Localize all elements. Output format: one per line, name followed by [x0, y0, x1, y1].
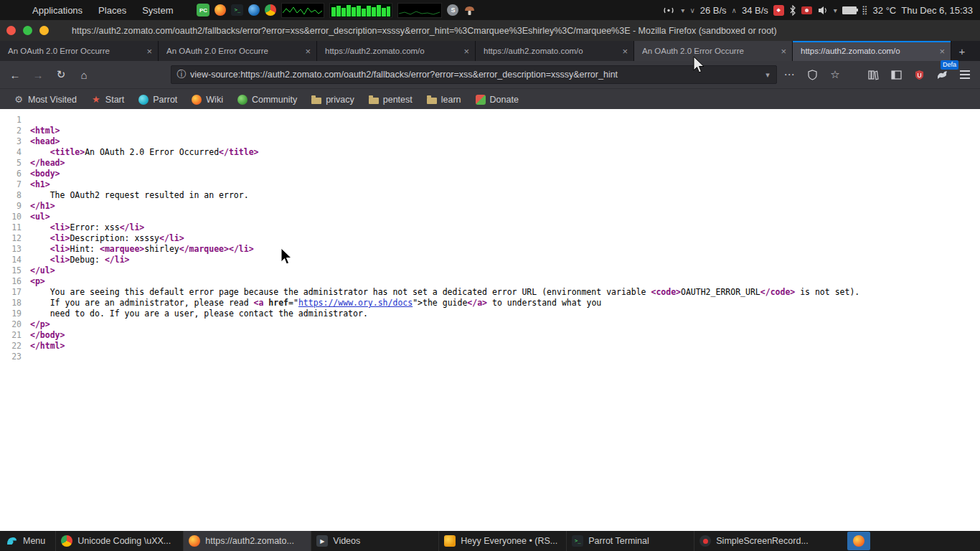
menu-applications[interactable]: Applications [24, 5, 90, 16]
pc-manager-icon[interactable]: PC [197, 4, 209, 17]
source-token: =" [288, 298, 298, 308]
clock[interactable]: Thu Dec 6, 15:33 [901, 5, 973, 16]
url-dropdown-icon[interactable]: ▾ [760, 70, 775, 80]
bookmark-label: Most Visited [28, 95, 77, 105]
taskbar-window-label: Unicode Coding \uXX... [77, 536, 171, 546]
tab-close-icon[interactable]: × [146, 47, 152, 56]
bluetooth-icon[interactable] [789, 4, 796, 17]
menu-places[interactable]: Places [90, 5, 134, 16]
tab-close-icon[interactable]: × [781, 47, 786, 56]
blue-app-tray-icon[interactable] [248, 4, 260, 16]
tab-close-icon[interactable]: × [305, 47, 311, 56]
tab[interactable]: https://auth2.zomato.com/o× [793, 41, 951, 61]
system-menus: Applications Places System [0, 5, 181, 16]
sidebar-toggle-button[interactable] [885, 64, 907, 85]
mushroom-tray-icon[interactable] [463, 4, 475, 16]
library-button[interactable] [862, 64, 884, 85]
source-token: <h1> [30, 179, 50, 189]
source-line: 7<h1> [0, 179, 980, 190]
tab[interactable]: An OAuth 2.0 Error Occurre× [159, 41, 317, 61]
bookmark-label: Donate [490, 95, 519, 105]
volume-icon[interactable] [817, 4, 829, 17]
window-maximize-button[interactable] [23, 26, 32, 35]
tab-title: An OAuth 2.0 Error Occurre [166, 47, 301, 55]
tab[interactable]: https://auth2.zomato.com/o× [317, 41, 476, 61]
line-code: The OAuth2 request resulted in an error. [30, 190, 249, 201]
network-caret-icon[interactable]: ▾ [681, 6, 684, 14]
system-meter-icon[interactable] [329, 3, 392, 18]
bookmark-community[interactable]: Community [231, 92, 303, 108]
firefox-icon [192, 95, 202, 105]
tab[interactable]: An OAuth 2.0 Error Occurre× [634, 41, 793, 61]
tab[interactable]: An OAuth 2.0 Error Occurre× [0, 41, 159, 61]
bookmark-privacy[interactable]: privacy [305, 92, 361, 108]
navigation-toolbar: ← → ↻ ⌂ ⓘ view-source:https://auth2.zoma… [0, 61, 980, 88]
reload-button[interactable]: ↻ [50, 64, 72, 85]
taskbar-window-button[interactable]: >_Parrot Terminal [566, 531, 694, 551]
spectrum-analyzer-icon[interactable] [397, 3, 442, 18]
camera-icon[interactable] [801, 6, 812, 14]
status-caret-icon[interactable]: ▾ [834, 6, 837, 14]
page-info-icon[interactable]: ⓘ [173, 68, 190, 81]
home-button[interactable]: ⌂ [73, 64, 95, 85]
line-code: <html> [30, 126, 60, 136]
audio-visualizer-icon[interactable] [281, 3, 324, 18]
tab-close-icon[interactable]: × [463, 47, 469, 56]
star-icon: ★ [91, 95, 101, 105]
window-close-button[interactable] [6, 26, 16, 35]
battery-icon[interactable] [842, 6, 857, 14]
source-link[interactable]: https://www.ory.sh/docs [298, 298, 413, 308]
network-icon[interactable] [661, 4, 676, 17]
taskbar-window-button[interactable]: Unicode Coding \uXX... [55, 531, 183, 551]
bookmark-pentest[interactable]: pentest [362, 92, 419, 108]
start-menu-button[interactable]: Menu [0, 531, 55, 551]
source-token: <p> [30, 276, 45, 286]
bookmark-learn[interactable]: learn [420, 92, 468, 108]
s-app-tray-icon[interactable]: S [447, 4, 458, 16]
url-text[interactable]: view-source:https://auth2.zomato.com/oau… [190, 70, 760, 80]
bookmark-wiki[interactable]: Wiki [185, 92, 230, 108]
profile-dove-button[interactable]: Defa [931, 64, 953, 85]
line-number: 10 [0, 212, 30, 222]
forward-button[interactable]: → [27, 64, 49, 85]
tab[interactable]: https://auth2.zomato.com/o× [476, 41, 634, 61]
source-line: 18 If you are an administrator, please r… [0, 298, 980, 309]
taskbar-window-button[interactable]: SimpleScreenRecord... [694, 531, 821, 551]
community-icon [237, 95, 248, 105]
line-code: <title>An OAuth 2.0 Error Occurred</titl… [30, 147, 259, 158]
shield-icon[interactable] [801, 64, 823, 85]
new-tab-button[interactable]: + [951, 41, 973, 61]
bookmark-most-visited[interactable]: ⚙Most Visited [7, 92, 83, 108]
source-token: </html> [30, 341, 65, 351]
page-actions-button[interactable]: ⋯ [778, 64, 800, 85]
firefox-quicklaunch-button[interactable] [847, 532, 870, 550]
firefox-tray-icon[interactable] [215, 4, 226, 16]
tab-close-icon[interactable]: × [939, 47, 945, 56]
red-sync-icon[interactable]: ◆ [773, 5, 784, 16]
line-number: 15 [0, 265, 30, 276]
bookmark-start[interactable]: ★Start [85, 92, 131, 108]
source-token: </p> [30, 319, 50, 329]
line-code: </html> [30, 341, 65, 352]
source-token: <body> [30, 169, 60, 179]
source-token: <code> [651, 287, 681, 297]
bookmark-parrot[interactable]: Parrot [132, 92, 184, 108]
chrome-tray-icon[interactable] [265, 4, 276, 16]
videos-icon: ▶ [316, 535, 328, 547]
taskbar-window-button[interactable]: ▶Videos [311, 531, 438, 551]
bookmark-donate[interactable]: Donate [469, 92, 525, 108]
menu-system[interactable]: System [134, 5, 181, 16]
url-bar[interactable]: ⓘ view-source:https://auth2.zomato.com/o… [171, 65, 777, 84]
back-button[interactable]: ← [4, 64, 26, 85]
source-line: 17 You are seeing this default error pag… [0, 287, 980, 298]
taskbar-window-button[interactable]: https://auth2.zomato... [183, 531, 311, 551]
source-line: 21</body> [0, 330, 980, 341]
line-number: 19 [0, 309, 30, 319]
bookmark-label: learn [441, 95, 461, 105]
terminal-tray-icon[interactable]: >_ [231, 4, 243, 16]
taskbar-window-button[interactable]: Heyy Everyonee • (RS... [438, 531, 566, 551]
ublock-icon[interactable] [908, 64, 930, 85]
tab-close-icon[interactable]: × [622, 47, 628, 56]
bookmark-star-button[interactable]: ☆ [824, 64, 846, 85]
window-minimize-button[interactable] [39, 26, 49, 35]
